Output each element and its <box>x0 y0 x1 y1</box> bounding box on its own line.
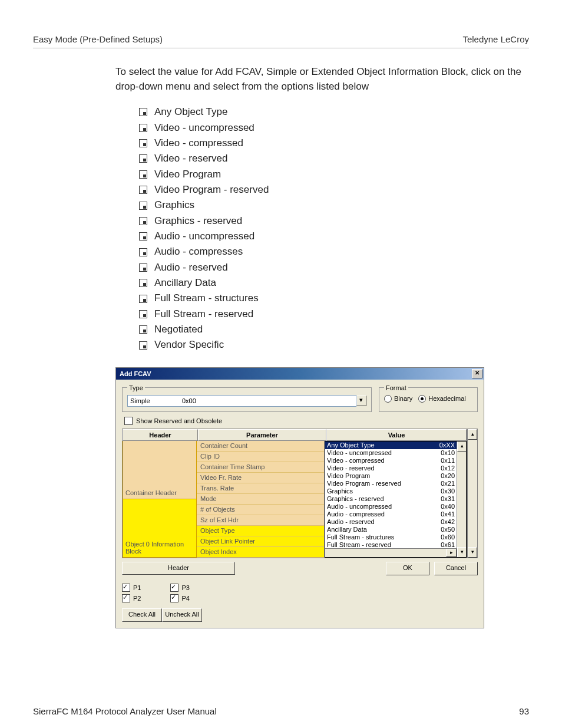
parameter-cell[interactable]: # of Objects <box>197 505 324 515</box>
parameter-cell[interactable]: Object Index <box>197 547 324 558</box>
dropdown-item[interactable]: Full Stream - structures0x60 <box>325 533 457 541</box>
format-fieldset: Format Binary Hexadecimal <box>379 384 478 412</box>
row-header-object0: Object 0 Information Block <box>123 499 197 558</box>
checkbox-p3[interactable]: P3 <box>170 584 189 592</box>
checkbox-icon <box>139 170 147 179</box>
grid-vscroll[interactable]: ▴ ▾ <box>467 429 478 558</box>
checkbox-icon <box>139 279 147 287</box>
options-list: Any Object TypeVideo - uncompressedVideo… <box>33 104 529 353</box>
value-dropdown[interactable]: Any Object Type0xXXVideo - uncompressed0… <box>325 441 467 558</box>
list-item: Graphics - reserved <box>139 213 529 229</box>
parameter-cell[interactable]: Object Link Pointer <box>197 536 324 547</box>
scroll-up-icon[interactable]: ▴ <box>468 429 477 440</box>
type-fieldset: Type Simple 0x00 ▾ <box>122 384 372 412</box>
list-item: Any Object Type <box>139 104 529 120</box>
check-all-button[interactable]: Check All <box>122 608 162 622</box>
checkbox-icon <box>139 217 147 225</box>
parameter-cell[interactable]: Clip ID <box>197 452 324 462</box>
scroll-right-icon[interactable]: ▸ <box>446 549 457 557</box>
header-right: Teledyne LeCroy <box>462 34 529 44</box>
intro-paragraph: To select the value for Add FCAV, Simple… <box>33 65 529 94</box>
list-item: Video Program - reserved <box>139 182 529 197</box>
list-item: Audio - reserved <box>139 260 529 275</box>
dropdown-hscroll[interactable]: ▸ <box>325 548 457 557</box>
header-rule <box>33 48 529 48</box>
uncheck-all-button[interactable]: Uncheck All <box>162 608 202 622</box>
header-button[interactable]: Header <box>122 562 235 575</box>
list-item: Full Stream - reserved <box>139 307 529 322</box>
checkbox-icon <box>139 341 147 350</box>
dropdown-item[interactable]: Audio - compressed0x41 <box>325 510 457 518</box>
type-combo-name: Simple <box>128 397 180 404</box>
type-legend: Type <box>127 384 145 391</box>
list-item: Audio - compresses <box>139 244 529 259</box>
list-item: Ancillary Data <box>139 275 529 291</box>
checkbox-icon <box>139 108 147 116</box>
footer-left: SierraFC M164 Protocol Analyzer User Man… <box>33 706 217 716</box>
footer-page: 93 <box>519 706 529 716</box>
chevron-down-icon[interactable]: ▾ <box>356 396 366 406</box>
checkbox-icon <box>139 325 147 334</box>
show-reserved-checkbox[interactable] <box>124 417 133 425</box>
list-item: Vendor Specific <box>139 337 529 353</box>
checkbox-p2[interactable]: P2 <box>122 594 141 602</box>
scroll-down-icon[interactable]: ▾ <box>468 547 477 558</box>
parameter-cell[interactable]: Video Fr. Rate <box>197 473 324 483</box>
dropdown-item[interactable]: Any Object Type0xXX <box>325 442 457 449</box>
dropdown-item[interactable]: Graphics0x30 <box>325 487 457 495</box>
parameter-cell[interactable]: Object Type <box>197 526 324 536</box>
checkbox-icon <box>139 202 147 210</box>
radio-binary[interactable]: Binary <box>384 395 412 403</box>
dropdown-item[interactable]: Audio - reserved0x42 <box>325 518 457 526</box>
dropdown-item[interactable]: Audio - uncompressed0x40 <box>325 503 457 510</box>
parameter-cell[interactable]: Container Time Stamp <box>197 462 324 473</box>
scroll-up-icon[interactable]: ▴ <box>457 441 467 452</box>
row-header-container: Container Header <box>123 441 197 499</box>
dropdown-vscroll[interactable]: ▴ ▾ <box>457 441 467 558</box>
col-parameter[interactable]: Parameter <box>198 429 326 441</box>
dropdown-item[interactable]: Video Program - reserved0x21 <box>325 480 457 487</box>
type-combo-code: 0x00 <box>180 397 356 404</box>
checkbox-icon <box>139 248 147 256</box>
dropdown-item[interactable]: Video - reserved0x12 <box>325 465 457 472</box>
col-header[interactable]: Header <box>123 429 198 441</box>
dropdown-item[interactable]: Ancillary Data0x50 <box>325 526 457 533</box>
type-combo[interactable]: Simple 0x00 <box>127 395 356 407</box>
list-item: Audio - uncompressed <box>139 229 529 244</box>
col-value[interactable]: Value <box>326 429 467 441</box>
list-item: Negotiated <box>139 322 529 337</box>
parameter-grid: Header Parameter Value Container Header … <box>122 429 467 558</box>
dialog-titlebar: Add FCAV ✕ <box>116 368 484 380</box>
list-item: Video Program <box>139 167 529 182</box>
dropdown-item[interactable]: Video - uncompressed0x10 <box>325 449 457 457</box>
dropdown-item[interactable]: Graphics - reserved0x31 <box>325 495 457 503</box>
checkbox-icon <box>139 139 147 147</box>
checkbox-icon <box>139 124 147 132</box>
format-legend: Format <box>384 384 408 391</box>
scroll-down-icon[interactable]: ▾ <box>457 547 467 558</box>
ok-button[interactable]: OK <box>386 562 429 575</box>
dialog-title: Add FCAV <box>120 370 151 377</box>
parameter-cell[interactable]: Trans. Rate <box>197 483 324 494</box>
checkbox-icon <box>139 310 147 318</box>
add-fcav-dialog: Add FCAV ✕ Type Simple 0x00 ▾ Format <box>115 367 484 628</box>
dropdown-item[interactable]: Video Program0x20 <box>325 472 457 480</box>
checkbox-p4[interactable]: P4 <box>170 594 189 602</box>
parameter-cell[interactable]: Sz of Ext Hdr <box>197 515 324 526</box>
checkbox-icon <box>139 295 147 303</box>
parameter-cell[interactable]: Container Count <box>197 441 324 452</box>
checkbox-icon <box>139 154 147 163</box>
parameter-cell[interactable]: Mode <box>197 494 324 505</box>
list-item: Graphics <box>139 197 529 213</box>
list-item: Video - compressed <box>139 136 529 151</box>
list-item: Full Stream - structures <box>139 291 529 306</box>
checkbox-icon <box>139 186 147 194</box>
close-icon[interactable]: ✕ <box>472 369 482 378</box>
checkbox-icon <box>139 232 147 241</box>
cancel-button[interactable]: Cancel <box>434 562 478 575</box>
radio-hex[interactable]: Hexadecimal <box>418 395 466 403</box>
header-left: Easy Mode (Pre-Defined Setups) <box>33 34 163 44</box>
list-item: Video - uncompressed <box>139 120 529 136</box>
dropdown-item[interactable]: Video - compressed0x11 <box>325 457 457 465</box>
checkbox-p1[interactable]: P1 <box>122 584 141 592</box>
